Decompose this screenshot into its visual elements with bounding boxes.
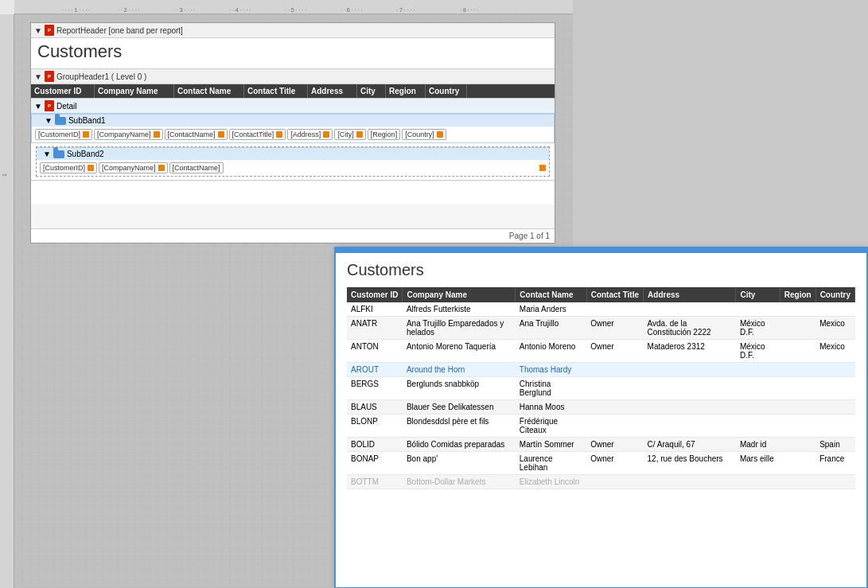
- table-cell: Alfreds Futterkiste: [403, 302, 516, 317]
- col-header-contacttitle: Contact Title: [244, 84, 308, 98]
- table-cell: [815, 363, 854, 377]
- detail-band-header: ▼ P Detail: [31, 99, 555, 113]
- table-cell: [586, 377, 643, 400]
- table-cell: [644, 400, 736, 415]
- subband2-container: ▼ SubBand2 [CustomerID] [CompanyName] [C…: [36, 146, 550, 177]
- detail-pdf-icon: P: [45, 100, 54, 111]
- table-cell: AROUT: [347, 363, 403, 377]
- table-row: BOTTMBottom-Dollar MarketsElizabeth Linc…: [347, 475, 855, 489]
- table-cell: France: [815, 452, 854, 475]
- table-row: BERGSBerglunds snabbköpChristina Berglun…: [347, 377, 855, 400]
- field-address: [Address]: [287, 129, 333, 140]
- table-cell: Berglunds snabbköp: [403, 377, 516, 400]
- th-contacttitle: Contact Title: [586, 287, 643, 302]
- subband2-collapse-icon[interactable]: ▼: [43, 150, 51, 158]
- col-header-city: City: [357, 84, 386, 98]
- table-cell: Owner: [586, 452, 643, 475]
- table-cell: Mexico: [815, 317, 854, 340]
- table-cell: [780, 302, 815, 317]
- table-cell: Elizabeth Lincoln: [516, 475, 586, 489]
- table-cell: [586, 363, 643, 377]
- table-cell: [815, 475, 854, 489]
- field-contacttitle: [ContactTitle]: [229, 129, 286, 140]
- subband1-folder-icon: [55, 117, 66, 125]
- table-cell: [736, 415, 780, 438]
- table-cell: [644, 475, 736, 489]
- preview-panel: Customers Customer ID Company Name Conta…: [334, 247, 868, 588]
- table-cell: [815, 400, 854, 415]
- table-cell: [780, 317, 815, 340]
- col-header-region: Region: [386, 84, 426, 98]
- table-cell: Martín Sommer: [516, 438, 586, 452]
- table-cell: [780, 377, 815, 400]
- table-cell: [736, 475, 780, 489]
- table-cell: [644, 415, 736, 438]
- table-cell: [736, 400, 780, 415]
- table-cell: ANATR: [347, 317, 403, 340]
- col-header-customerid: Customer ID: [31, 84, 95, 98]
- table-cell: [780, 415, 815, 438]
- table-header-row: Customer ID Company Name Contact Name Co…: [347, 287, 855, 302]
- group-header-label: GroupHeader1 ( Level 0 ): [56, 72, 146, 81]
- table-row: AROUTAround the HornThomas Hardy: [347, 363, 855, 377]
- table-cell: BOLID: [347, 438, 403, 452]
- detail-band: ▼ P Detail ▼ SubBand1 [CustomerID] [Comp…: [31, 99, 555, 181]
- report-header-content: Customers: [31, 38, 555, 68]
- table-cell: Avda. de la Constitución 2222: [644, 317, 736, 340]
- table-cell: Owner: [586, 317, 643, 340]
- field-companyname: [CompanyName]: [94, 129, 163, 140]
- preview-table: Customer ID Company Name Contact Name Co…: [347, 287, 855, 489]
- table-cell: [815, 415, 854, 438]
- subband1-collapse-icon[interactable]: ▼: [45, 116, 53, 125]
- table-cell: [780, 438, 815, 452]
- table-cell: Laurence Lebihan: [516, 452, 586, 475]
- table-cell: Maria Anders: [516, 302, 586, 317]
- report-header-label: ReportHeader [one band per report]: [56, 26, 183, 35]
- table-cell: Owner: [586, 340, 643, 363]
- preview-tbody: ALFKIAlfreds FutterkisteMaria AndersANAT…: [347, 302, 855, 489]
- table-cell: [780, 475, 815, 489]
- th-contactname: Contact Name: [516, 287, 586, 302]
- table-cell: Mataderos 2312: [644, 340, 736, 363]
- table-cell: Thomas Hardy: [516, 363, 586, 377]
- collapse-icon[interactable]: ▼: [34, 26, 42, 35]
- table-cell: Ana Trujillo Emparedados y helados: [403, 317, 516, 340]
- table-cell: BLONP: [347, 415, 403, 438]
- pdf-icon: P: [45, 25, 54, 36]
- table-cell: [780, 340, 815, 363]
- table-row: BONAPBon app'Laurence LebihanOwner12, ru…: [347, 452, 855, 475]
- field-region: [Region]: [368, 129, 401, 140]
- table-cell: [736, 302, 780, 317]
- table-cell: México D.F.: [736, 317, 780, 340]
- th-region: Region: [780, 287, 815, 302]
- detail-collapse-icon[interactable]: ▼: [34, 102, 42, 111]
- subband2-label: SubBand2: [67, 150, 104, 158]
- table-cell: 12, rue des Bouchers: [644, 452, 736, 475]
- table-cell: C/ Araquil, 67: [644, 438, 736, 452]
- table-cell: Frédérique Citeaux: [516, 415, 586, 438]
- ruler-top: · · · · 1 · · · · · · 2 · · · · · · 3 · …: [14, 0, 573, 14]
- table-cell: Owner: [586, 438, 643, 452]
- field-customerid: [CustomerID]: [35, 129, 92, 140]
- detail-label: Detail: [56, 102, 77, 111]
- report-surface: ▼ P ReportHeader [one band per report] C…: [30, 22, 555, 243]
- table-row: BLAUSBlauer See DelikatessenHanna Moos: [347, 400, 855, 415]
- subband1-content: [CustomerID] [CompanyName] [ContactName]…: [32, 127, 554, 142]
- table-cell: BOTTM: [347, 475, 403, 489]
- table-cell: Mexico: [815, 340, 854, 363]
- field2-indicator-end: [539, 165, 546, 171]
- table-cell: [586, 415, 643, 438]
- field-contactname: [ContactName]: [165, 129, 228, 140]
- table-cell: [586, 475, 643, 489]
- th-companyname: Company Name: [403, 287, 516, 302]
- subband1-label: SubBand1: [68, 116, 106, 125]
- table-cell: Bólido Comidas preparadas: [403, 438, 516, 452]
- report-title: Customers: [37, 41, 548, 62]
- canvas-empty-row1: [31, 181, 555, 204]
- th-country: Country: [815, 287, 854, 302]
- table-cell: Christina Berglund: [516, 377, 586, 400]
- table-cell: [644, 377, 736, 400]
- group-collapse-icon[interactable]: ▼: [34, 72, 42, 81]
- table-row: ANATRAna Trujillo Emparedados y heladosA…: [347, 317, 855, 340]
- canvas-empty-row2: [31, 204, 555, 228]
